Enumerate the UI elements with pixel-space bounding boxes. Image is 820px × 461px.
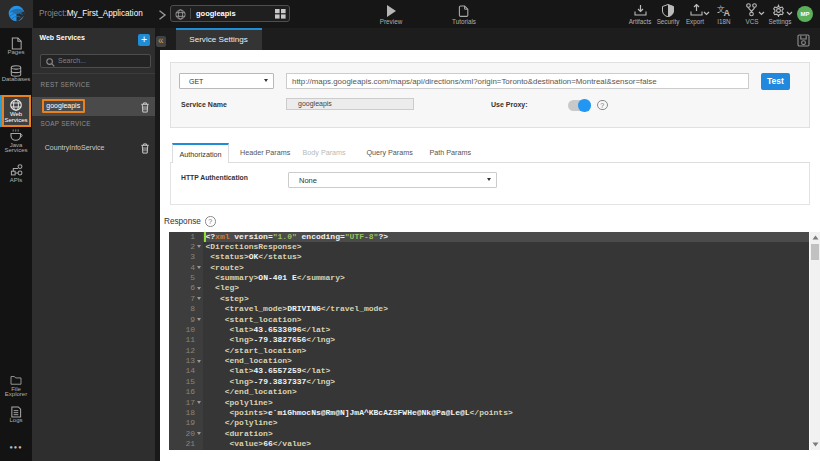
- svg-text:A: A: [724, 8, 731, 17]
